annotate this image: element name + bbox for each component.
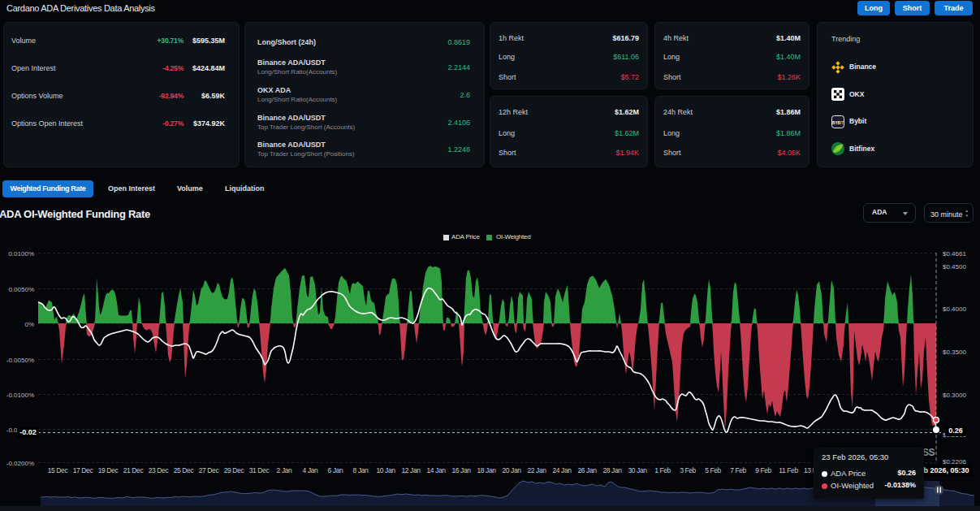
svg-text:5 Feb: 5 Feb	[705, 466, 721, 474]
svg-text:3 Feb: 3 Feb	[680, 466, 696, 474]
svg-text:4 Jan: 4 Jan	[303, 466, 318, 474]
svg-text:6 Jan: 6 Jan	[328, 466, 343, 474]
svg-text:7 Feb: 7 Feb	[730, 466, 746, 474]
svg-text:20 Jan: 20 Jan	[502, 466, 521, 474]
svg-text:-0.0200%: -0.0200%	[6, 460, 34, 467]
svg-text:19 Dec: 19 Dec	[98, 466, 119, 474]
svg-text:0.0050%: 0.0050%	[8, 286, 34, 293]
svg-text:14 Jan: 14 Jan	[426, 466, 446, 474]
svg-text:$0.4500: $0.4500	[943, 263, 966, 271]
svg-text:18 Jan: 18 Jan	[477, 466, 496, 474]
svg-text:24 Jan: 24 Jan	[552, 466, 572, 474]
svg-text:29 Dec: 29 Dec	[224, 466, 245, 474]
svg-text:1 Feb: 1 Feb	[654, 466, 671, 474]
svg-text:8 Jan: 8 Jan	[353, 466, 369, 474]
svg-text:$0.3500: $0.3500	[943, 349, 966, 356]
svg-text:26 Jan: 26 Jan	[577, 466, 597, 474]
svg-text:$0.4000: $0.4000	[943, 305, 966, 313]
svg-text:28 Jan: 28 Jan	[602, 466, 622, 474]
svg-text:21 Dec: 21 Dec	[123, 466, 145, 474]
svg-text:27 Dec: 27 Dec	[199, 466, 220, 474]
svg-text:23 Dec: 23 Dec	[149, 466, 170, 474]
svg-text:17 Dec: 17 Dec	[73, 466, 94, 474]
svg-text:11 Feb: 11 Feb	[779, 466, 798, 474]
svg-text:$0.4661: $0.4661	[943, 250, 966, 258]
svg-text:25 Dec: 25 Dec	[174, 466, 195, 474]
svg-text:22 Jan: 22 Jan	[527, 466, 546, 474]
svg-text:$0.2206: $0.2206	[943, 458, 966, 466]
svg-text:BYBIT: BYBIT	[832, 121, 844, 125]
svg-text:0.0100%: 0.0100%	[8, 250, 34, 258]
svg-text:0%: 0%	[24, 321, 34, 328]
svg-text:-0.0100%: -0.0100%	[6, 392, 34, 399]
svg-text:30 Jan: 30 Jan	[628, 466, 647, 474]
svg-text:16 Jan: 16 Jan	[451, 466, 471, 474]
svg-text:$0.3000: $0.3000	[943, 392, 966, 399]
svg-text:12 Jan: 12 Jan	[401, 466, 421, 474]
svg-text:2 Jan: 2 Jan	[277, 466, 292, 474]
svg-text:31 Dec: 31 Dec	[249, 466, 270, 474]
svg-text:9 Feb: 9 Feb	[755, 466, 771, 474]
svg-text:-0.0050%: -0.0050%	[6, 357, 34, 364]
svg-text:15 Dec: 15 Dec	[48, 466, 69, 474]
svg-text:10 Jan: 10 Jan	[376, 466, 395, 474]
